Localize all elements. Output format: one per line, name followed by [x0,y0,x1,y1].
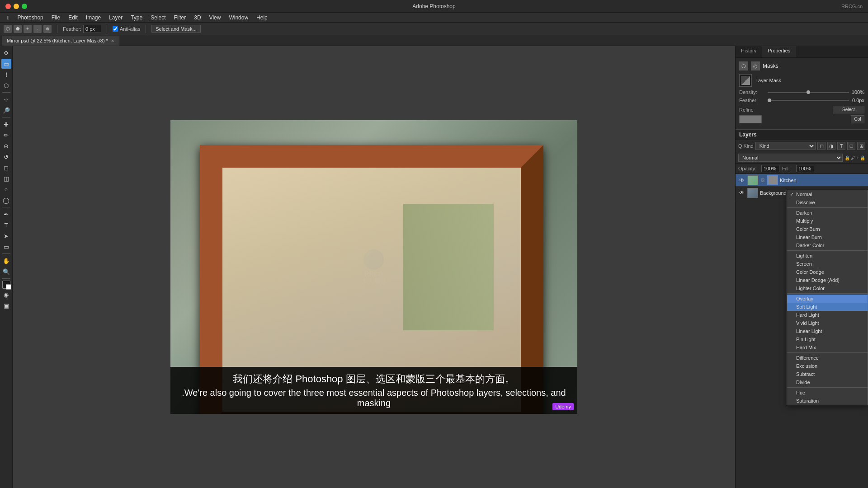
blend-divide[interactable]: Divide [787,378,868,386]
lock-all-icon[interactable]: 🔒 [860,155,865,160]
blend-mode-select[interactable]: Normal [738,154,843,162]
lock-position-icon[interactable]: + [856,155,859,160]
blend-linear-dodge[interactable]: Linear Dodge (Add) [787,276,868,284]
clone-stamp-tool[interactable]: ⊕ [1,141,11,151]
menu-image[interactable]: Image [82,14,104,22]
subtract-selection-icon[interactable]: - [33,25,42,33]
hand-tool[interactable]: ✋ [1,256,11,266]
blend-vivid-light[interactable]: Vivid Light [787,319,868,327]
menu-type[interactable]: Type [127,14,146,22]
selection-tool[interactable]: ▭ [1,59,11,69]
blend-normal[interactable]: Normal [787,190,868,198]
blend-difference[interactable]: Difference [787,354,868,362]
shape-filter-icon[interactable]: □ [847,142,855,150]
menu-layer[interactable]: Layer [105,14,126,22]
history-brush-tool[interactable]: ↺ [1,152,11,162]
pen-tool[interactable]: ✒ [1,209,11,219]
layer-mask-thumbnail[interactable] [739,74,752,87]
blend-color-burn[interactable]: Color Burn [787,225,868,233]
menu-apple[interactable]:  [4,14,13,22]
blend-screen[interactable]: Screen [787,260,868,268]
select-button[interactable]: Select [833,106,864,113]
healing-brush-tool[interactable]: ✚ [1,119,11,129]
menu-help[interactable]: Help [253,14,271,22]
blend-hard-light[interactable]: Hard Light [787,311,868,319]
lasso-tool[interactable]: ⌇ [1,70,11,80]
smartobj-filter-icon[interactable]: ⊞ [857,142,865,150]
menu-select[interactable]: Select [147,14,169,22]
add-selection-icon[interactable]: + [24,25,32,33]
lock-transparent-icon[interactable]: 🔒 [844,155,850,160]
fill-input[interactable] [796,165,814,172]
quick-select-tool[interactable]: ⬡ [1,80,11,90]
pixel-filter-icon[interactable]: ◻ [817,142,826,150]
blur-tool[interactable]: ○ [1,184,11,194]
adjustment-filter-icon[interactable]: ◑ [827,142,835,150]
dodge-tool[interactable]: ◯ [1,195,11,205]
intersect-selection-icon[interactable]: ⊕ [43,25,52,33]
opacity-input[interactable] [761,165,779,172]
close-button[interactable] [5,4,11,9]
menu-window[interactable]: Window [225,14,252,22]
blend-color-dodge[interactable]: Color Dodge [787,268,868,276]
menu-filter[interactable]: Filter [170,14,190,22]
blend-linear-light[interactable]: Linear Light [787,327,868,335]
density-slider[interactable] [768,92,849,93]
menu-view[interactable]: View [206,14,225,22]
kind-select[interactable]: Kind [755,142,816,150]
blend-hue[interactable]: Hue [787,389,868,397]
blend-lighten[interactable]: Lighten [787,252,868,260]
blend-darken[interactable]: Darken [787,209,868,217]
blend-linear-burn[interactable]: Linear Burn [787,233,868,241]
feather-slider[interactable] [768,100,849,101]
blend-exclusion[interactable]: Exclusion [787,362,868,370]
select-mask-button[interactable]: Select and Mask... [151,25,201,33]
blend-lighter-color[interactable]: Lighter Color [787,284,868,292]
blend-multiply[interactable]: Multiply [787,217,868,225]
shape-tool[interactable]: ▭ [1,242,11,252]
feather-input[interactable] [83,25,101,33]
blend-subtract[interactable]: Subtract [787,370,868,378]
lock-image-icon[interactable]: 🖌 [851,155,855,160]
doc-tab-close[interactable]: ✕ [111,38,114,43]
quick-mask-mode[interactable]: ◉ [1,290,11,300]
eraser-tool[interactable]: ◻ [1,163,11,173]
foreground-color[interactable] [2,281,10,289]
maximize-button[interactable] [22,4,27,9]
layer-item-kitchen[interactable]: 👁 ⛓ Kitchen [736,174,868,187]
minimize-button[interactable] [14,4,19,9]
tab-history[interactable]: History [736,46,762,57]
layer-visibility-bg[interactable]: 👁 [738,190,745,196]
move-tool[interactable]: ✥ [1,48,11,58]
screen-mode[interactable]: ▣ [1,300,11,310]
tool-preset-picker[interactable]: ⬡ [4,25,12,33]
blend-hard-mix[interactable]: Hard Mix [787,343,868,352]
blend-darker-color[interactable]: Darker Color [787,241,868,249]
canvas-area[interactable]: 🔵 RRCG大人频道 我们还将介绍 Photoshop 图层、选区和蒙版三个最基… [13,46,735,488]
text-tool[interactable]: T [1,220,11,230]
kind-label: Q Kind [738,143,754,149]
type-filter-icon[interactable]: T [837,142,845,150]
document-tab[interactable]: Mirror.psd @ 22.5% (Kitchen, Layer Mask/… [2,36,119,46]
blend-pin-light[interactable]: Pin Light [787,335,868,343]
menu-photoshop[interactable]: Photoshop [14,14,47,22]
zoom-tool[interactable]: 🔍 [1,267,11,277]
lasso-tool-icon[interactable]: ⬟ [14,25,22,33]
menu-file[interactable]: File [48,14,64,22]
blend-saturation[interactable]: Saturation [787,397,868,405]
eyedropper-tool[interactable]: 🔎 [1,105,11,115]
blend-dissolve[interactable]: Dissolve [787,198,868,206]
color-picker-button[interactable] [739,115,762,123]
crop-tool[interactable]: ⊹ [1,94,11,104]
col-button[interactable]: Col [851,115,864,123]
menu-3d[interactable]: 3D [190,14,204,22]
blend-soft-light[interactable]: Soft Light [787,303,868,311]
tab-properties[interactable]: Properties [762,46,796,57]
path-selection-tool[interactable]: ➤ [1,231,11,241]
layer-visibility-kitchen[interactable]: 👁 [738,177,745,183]
brush-tool[interactable]: ✏ [1,130,11,140]
antialias-checkbox[interactable] [113,26,118,32]
blend-overlay[interactable]: Overlay [787,295,868,303]
menu-edit[interactable]: Edit [65,14,81,22]
gradient-tool[interactable]: ◫ [1,174,11,183]
